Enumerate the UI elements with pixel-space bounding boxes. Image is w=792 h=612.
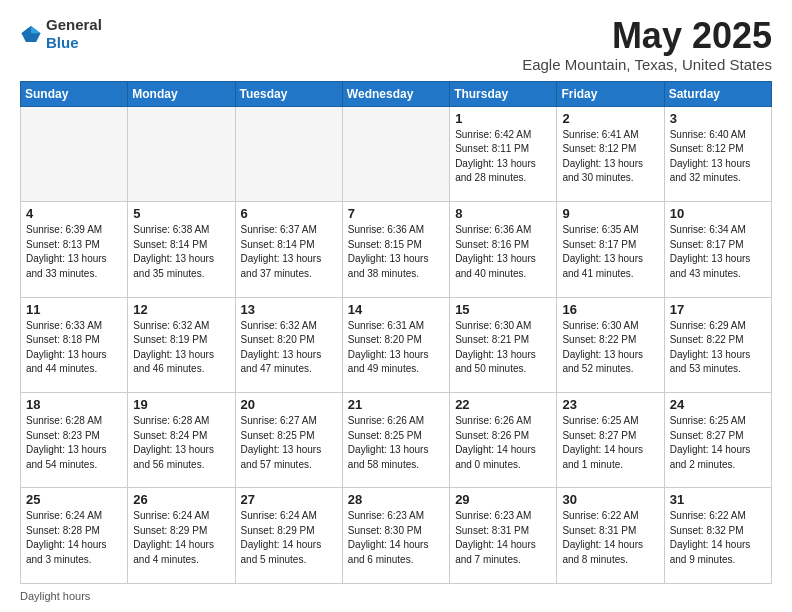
cell-info: Sunrise: 6:24 AM Sunset: 8:28 PM Dayligh… (26, 509, 122, 567)
cell-info: Sunrise: 6:23 AM Sunset: 8:31 PM Dayligh… (455, 509, 551, 567)
cell-info: Sunrise: 6:22 AM Sunset: 8:32 PM Dayligh… (670, 509, 766, 567)
calendar-cell: 31Sunrise: 6:22 AM Sunset: 8:32 PM Dayli… (664, 488, 771, 584)
cell-day-number: 31 (670, 492, 766, 507)
logo-text: General Blue (46, 16, 102, 52)
calendar-cell: 14Sunrise: 6:31 AM Sunset: 8:20 PM Dayli… (342, 297, 449, 392)
calendar-header-row: SundayMondayTuesdayWednesdayThursdayFrid… (21, 81, 772, 106)
cell-day-number: 9 (562, 206, 658, 221)
cell-day-number: 5 (133, 206, 229, 221)
cell-day-number: 7 (348, 206, 444, 221)
cell-day-number: 3 (670, 111, 766, 126)
calendar-cell: 12Sunrise: 6:32 AM Sunset: 8:19 PM Dayli… (128, 297, 235, 392)
cell-info: Sunrise: 6:34 AM Sunset: 8:17 PM Dayligh… (670, 223, 766, 281)
cell-info: Sunrise: 6:27 AM Sunset: 8:25 PM Dayligh… (241, 414, 337, 472)
cell-info: Sunrise: 6:25 AM Sunset: 8:27 PM Dayligh… (562, 414, 658, 472)
calendar-cell (128, 106, 235, 201)
cell-info: Sunrise: 6:26 AM Sunset: 8:26 PM Dayligh… (455, 414, 551, 472)
cell-day-number: 13 (241, 302, 337, 317)
calendar-cell: 16Sunrise: 6:30 AM Sunset: 8:22 PM Dayli… (557, 297, 664, 392)
calendar-cell: 2Sunrise: 6:41 AM Sunset: 8:12 PM Daylig… (557, 106, 664, 201)
calendar-table: SundayMondayTuesdayWednesdayThursdayFrid… (20, 81, 772, 584)
cell-day-number: 15 (455, 302, 551, 317)
cell-info: Sunrise: 6:25 AM Sunset: 8:27 PM Dayligh… (670, 414, 766, 472)
cell-info: Sunrise: 6:32 AM Sunset: 8:20 PM Dayligh… (241, 319, 337, 377)
calendar-cell: 25Sunrise: 6:24 AM Sunset: 8:28 PM Dayli… (21, 488, 128, 584)
cell-day-number: 21 (348, 397, 444, 412)
calendar-cell: 4Sunrise: 6:39 AM Sunset: 8:13 PM Daylig… (21, 202, 128, 297)
calendar-cell: 7Sunrise: 6:36 AM Sunset: 8:15 PM Daylig… (342, 202, 449, 297)
cell-day-number: 17 (670, 302, 766, 317)
cell-info: Sunrise: 6:41 AM Sunset: 8:12 PM Dayligh… (562, 128, 658, 186)
cell-info: Sunrise: 6:24 AM Sunset: 8:29 PM Dayligh… (241, 509, 337, 567)
calendar-cell: 26Sunrise: 6:24 AM Sunset: 8:29 PM Dayli… (128, 488, 235, 584)
cell-info: Sunrise: 6:39 AM Sunset: 8:13 PM Dayligh… (26, 223, 122, 281)
calendar-day-header: Saturday (664, 81, 771, 106)
calendar-day-header: Tuesday (235, 81, 342, 106)
cell-day-number: 1 (455, 111, 551, 126)
cell-info: Sunrise: 6:36 AM Sunset: 8:15 PM Dayligh… (348, 223, 444, 281)
logo-icon (20, 23, 42, 45)
cell-day-number: 8 (455, 206, 551, 221)
cell-day-number: 4 (26, 206, 122, 221)
calendar-cell: 19Sunrise: 6:28 AM Sunset: 8:24 PM Dayli… (128, 393, 235, 488)
page: General Blue May 2025 Eagle Mountain, Te… (0, 0, 792, 612)
cell-day-number: 12 (133, 302, 229, 317)
subtitle: Eagle Mountain, Texas, United States (522, 56, 772, 73)
calendar-cell: 10Sunrise: 6:34 AM Sunset: 8:17 PM Dayli… (664, 202, 771, 297)
cell-day-number: 22 (455, 397, 551, 412)
calendar-week-row: 25Sunrise: 6:24 AM Sunset: 8:28 PM Dayli… (21, 488, 772, 584)
svg-marker-2 (21, 26, 31, 33)
calendar-cell: 11Sunrise: 6:33 AM Sunset: 8:18 PM Dayli… (21, 297, 128, 392)
cell-info: Sunrise: 6:28 AM Sunset: 8:23 PM Dayligh… (26, 414, 122, 472)
cell-day-number: 24 (670, 397, 766, 412)
title-block: May 2025 Eagle Mountain, Texas, United S… (522, 16, 772, 73)
svg-marker-1 (31, 26, 41, 33)
calendar-cell: 6Sunrise: 6:37 AM Sunset: 8:14 PM Daylig… (235, 202, 342, 297)
cell-day-number: 18 (26, 397, 122, 412)
cell-day-number: 29 (455, 492, 551, 507)
cell-day-number: 30 (562, 492, 658, 507)
cell-info: Sunrise: 6:40 AM Sunset: 8:12 PM Dayligh… (670, 128, 766, 186)
calendar-cell: 21Sunrise: 6:26 AM Sunset: 8:25 PM Dayli… (342, 393, 449, 488)
cell-info: Sunrise: 6:28 AM Sunset: 8:24 PM Dayligh… (133, 414, 229, 472)
cell-info: Sunrise: 6:22 AM Sunset: 8:31 PM Dayligh… (562, 509, 658, 567)
calendar-cell (21, 106, 128, 201)
calendar-cell (342, 106, 449, 201)
cell-info: Sunrise: 6:24 AM Sunset: 8:29 PM Dayligh… (133, 509, 229, 567)
header: General Blue May 2025 Eagle Mountain, Te… (20, 16, 772, 73)
calendar-cell: 20Sunrise: 6:27 AM Sunset: 8:25 PM Dayli… (235, 393, 342, 488)
cell-day-number: 26 (133, 492, 229, 507)
calendar-cell: 1Sunrise: 6:42 AM Sunset: 8:11 PM Daylig… (450, 106, 557, 201)
cell-info: Sunrise: 6:33 AM Sunset: 8:18 PM Dayligh… (26, 319, 122, 377)
cell-day-number: 14 (348, 302, 444, 317)
cell-day-number: 27 (241, 492, 337, 507)
calendar-cell: 18Sunrise: 6:28 AM Sunset: 8:23 PM Dayli… (21, 393, 128, 488)
cell-day-number: 19 (133, 397, 229, 412)
calendar-day-header: Monday (128, 81, 235, 106)
cell-day-number: 11 (26, 302, 122, 317)
calendar-cell: 15Sunrise: 6:30 AM Sunset: 8:21 PM Dayli… (450, 297, 557, 392)
cell-info: Sunrise: 6:30 AM Sunset: 8:21 PM Dayligh… (455, 319, 551, 377)
calendar-week-row: 4Sunrise: 6:39 AM Sunset: 8:13 PM Daylig… (21, 202, 772, 297)
calendar-cell: 22Sunrise: 6:26 AM Sunset: 8:26 PM Dayli… (450, 393, 557, 488)
cell-info: Sunrise: 6:29 AM Sunset: 8:22 PM Dayligh… (670, 319, 766, 377)
cell-info: Sunrise: 6:35 AM Sunset: 8:17 PM Dayligh… (562, 223, 658, 281)
cell-day-number: 10 (670, 206, 766, 221)
calendar-cell: 23Sunrise: 6:25 AM Sunset: 8:27 PM Dayli… (557, 393, 664, 488)
calendar-week-row: 18Sunrise: 6:28 AM Sunset: 8:23 PM Dayli… (21, 393, 772, 488)
calendar-cell: 3Sunrise: 6:40 AM Sunset: 8:12 PM Daylig… (664, 106, 771, 201)
cell-info: Sunrise: 6:36 AM Sunset: 8:16 PM Dayligh… (455, 223, 551, 281)
cell-info: Sunrise: 6:26 AM Sunset: 8:25 PM Dayligh… (348, 414, 444, 472)
logo: General Blue (20, 16, 102, 52)
cell-day-number: 20 (241, 397, 337, 412)
cell-day-number: 2 (562, 111, 658, 126)
calendar-cell (235, 106, 342, 201)
calendar-week-row: 11Sunrise: 6:33 AM Sunset: 8:18 PM Dayli… (21, 297, 772, 392)
cell-info: Sunrise: 6:32 AM Sunset: 8:19 PM Dayligh… (133, 319, 229, 377)
cell-info: Sunrise: 6:37 AM Sunset: 8:14 PM Dayligh… (241, 223, 337, 281)
calendar-cell: 13Sunrise: 6:32 AM Sunset: 8:20 PM Dayli… (235, 297, 342, 392)
cell-day-number: 28 (348, 492, 444, 507)
cell-day-number: 6 (241, 206, 337, 221)
calendar-day-header: Friday (557, 81, 664, 106)
cell-info: Sunrise: 6:31 AM Sunset: 8:20 PM Dayligh… (348, 319, 444, 377)
